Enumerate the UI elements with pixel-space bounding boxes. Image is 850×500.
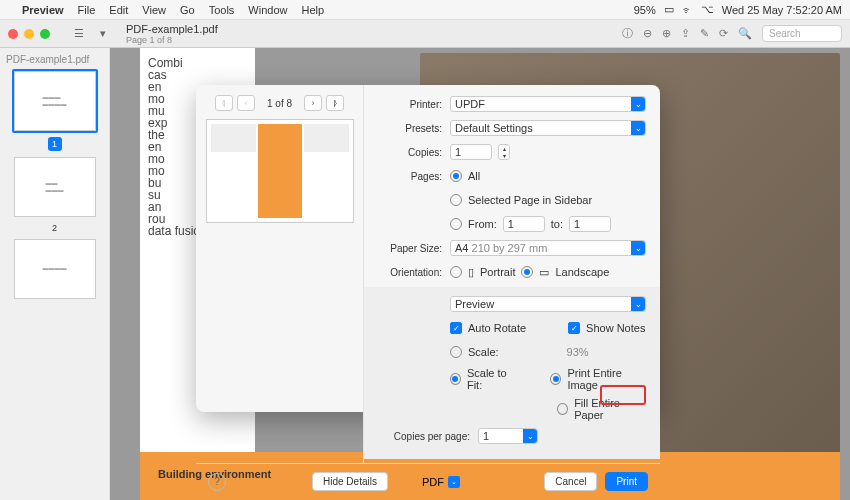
pages-all-radio[interactable] [450, 170, 462, 182]
markup-icon[interactable]: ✎ [700, 27, 709, 40]
pdf-dropdown[interactable]: PDF⌄ [422, 476, 460, 488]
share-icon[interactable]: ⇪ [681, 27, 690, 40]
last-page-button[interactable]: ⦊ [326, 95, 344, 111]
sidebar-toggle-icon[interactable]: ☰ [70, 26, 88, 42]
print-entire-radio[interactable] [550, 373, 561, 385]
dialog-footer: ? Hide Details PDF⌄ Cancel Print [196, 463, 660, 499]
clock[interactable]: Wed 25 May 7:52:20 AM [722, 4, 842, 16]
menu-edit[interactable]: Edit [109, 4, 128, 16]
print-dialog: ⦉ ‹ 1 of 8 › ⦊ Printer: UPDF⌄ Presets: D… [196, 85, 660, 412]
cancel-button[interactable]: Cancel [544, 472, 597, 491]
document-title: PDF-example1.pdf [126, 23, 218, 35]
next-page-button[interactable]: › [304, 95, 322, 111]
chevron-down-icon: ⌄ [631, 297, 645, 311]
print-button[interactable]: Print [605, 472, 648, 491]
thumbnail-sidebar: PDF-example1.pdf ▬▬▬▬▬▬▬ 1 ▬▬▬▬▬ 2 ▬▬▬▬ [0, 48, 110, 500]
auto-rotate-checkbox[interactable] [450, 322, 462, 334]
scale-to-fit-radio[interactable] [450, 373, 461, 385]
zoom-out-icon[interactable]: ⊖ [643, 27, 652, 40]
landscape-icon: ▭ [539, 266, 549, 279]
landscape-radio[interactable] [521, 266, 533, 278]
thumbnail-page-2[interactable]: ▬▬▬▬▬ [14, 157, 96, 217]
view-mode-icon[interactable]: ▾ [94, 26, 112, 42]
pages-to-input[interactable]: 1 [569, 216, 611, 232]
menu-help[interactable]: Help [301, 4, 324, 16]
menu-window[interactable]: Window [248, 4, 287, 16]
thumbnail-number-1: 1 [48, 137, 62, 151]
portrait-radio[interactable] [450, 266, 462, 278]
print-preview-thumbnail [206, 119, 354, 223]
pages-selected-radio[interactable] [450, 194, 462, 206]
print-settings-pane: Printer: UPDF⌄ Presets: Default Settings… [364, 85, 660, 463]
printer-label: Printer: [370, 99, 450, 110]
pages-from-input[interactable]: 1 [503, 216, 545, 232]
document-title-area: PDF-example1.pdf Page 1 of 8 [126, 23, 218, 45]
control-center-icon[interactable]: ⌥ [701, 3, 714, 16]
chevron-down-icon: ⌄ [448, 476, 460, 488]
paper-size-label: Paper Size: [370, 243, 450, 254]
thumbnail-page-1[interactable]: ▬▬▬▬▬▬▬ [14, 71, 96, 131]
thumbnail-page-3[interactable]: ▬▬▬▬ [14, 239, 96, 299]
prev-page-button[interactable]: ‹ [237, 95, 255, 111]
close-window-button[interactable] [8, 29, 18, 39]
pages-label: Pages: [370, 171, 450, 182]
chevron-down-icon: ⌄ [523, 429, 537, 443]
menu-file[interactable]: File [78, 4, 96, 16]
menu-go[interactable]: Go [180, 4, 195, 16]
presets-label: Presets: [370, 123, 450, 134]
thumbnail-number-2: 2 [6, 223, 103, 233]
help-button[interactable]: ? [208, 473, 226, 491]
copies-stepper[interactable]: ▴▾ [498, 144, 510, 160]
menubar: Preview File Edit View Go Tools Window H… [0, 0, 850, 20]
traffic-lights [8, 29, 50, 39]
show-notes-checkbox[interactable] [568, 322, 580, 334]
battery-icon: ▭ [664, 3, 674, 16]
copies-label: Copies: [370, 147, 450, 158]
zoom-in-icon[interactable]: ⊕ [662, 27, 671, 40]
pages-from-radio[interactable] [450, 218, 462, 230]
chevron-down-icon: ⌄ [631, 97, 645, 111]
sidebar-title: PDF-example1.pdf [6, 54, 103, 65]
page-indicator: 1 of 8 [267, 98, 292, 109]
window-toolbar: ☰ ▾ PDF-example1.pdf Page 1 of 8 ⓘ ⊖ ⊕ ⇪… [0, 20, 850, 48]
search-icon: 🔍 [738, 27, 752, 40]
rotate-icon[interactable]: ⟳ [719, 27, 728, 40]
copies-per-page-select[interactable]: 1⌄ [478, 428, 538, 444]
document-subtitle: Page 1 of 8 [126, 35, 218, 45]
orientation-label: Orientation: [370, 267, 450, 278]
paper-size-select[interactable]: A4 210 by 297 mm⌄ [450, 240, 646, 256]
menu-view[interactable]: View [142, 4, 166, 16]
copies-per-page-label: Copies per page: [370, 431, 478, 442]
minimize-window-button[interactable] [24, 29, 34, 39]
scale-radio[interactable] [450, 346, 462, 358]
section-select[interactable]: Preview⌄ [450, 296, 646, 312]
chevron-down-icon: ⌄ [631, 121, 645, 135]
search-input[interactable]: Search [762, 25, 842, 42]
first-page-button[interactable]: ⦉ [215, 95, 233, 111]
hide-details-button[interactable]: Hide Details [312, 472, 388, 491]
copies-input[interactable]: 1 [450, 144, 492, 160]
zoom-window-button[interactable] [40, 29, 50, 39]
wifi-icon[interactable]: ᯤ [682, 4, 693, 16]
info-icon[interactable]: ⓘ [622, 26, 633, 41]
presets-select[interactable]: Default Settings⌄ [450, 120, 646, 136]
status-area: 95% ▭ ᯤ ⌥ Wed 25 May 7:52:20 AM [634, 3, 842, 16]
portrait-icon: ▯ [468, 266, 474, 279]
print-preview-pane: ⦉ ‹ 1 of 8 › ⦊ [196, 85, 364, 463]
scale-value: 93% [567, 346, 589, 358]
battery-pct: 95% [634, 4, 656, 16]
chevron-down-icon: ⌄ [631, 241, 645, 255]
app-name[interactable]: Preview [22, 4, 64, 16]
fill-entire-radio[interactable] [557, 403, 568, 415]
printer-select[interactable]: UPDF⌄ [450, 96, 646, 112]
menu-tools[interactable]: Tools [209, 4, 235, 16]
